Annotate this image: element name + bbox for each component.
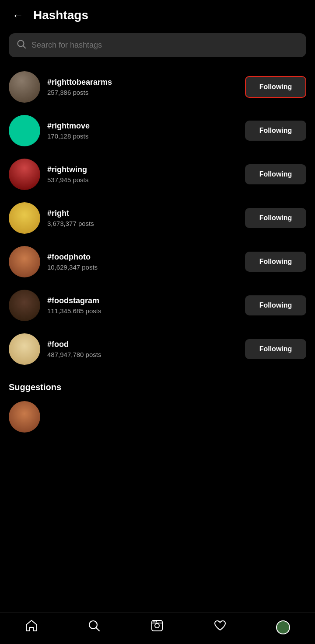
following-button[interactable]: Following [245,339,306,359]
hashtag-info: #righttobeararms257,386 posts [47,78,238,96]
following-button[interactable]: Following [245,208,306,228]
hashtag-posts: 10,629,347 posts [47,263,238,271]
hashtag-info: #foodstagram111,345,685 posts [47,296,238,315]
search-icon [17,39,26,51]
heart-icon [214,619,227,635]
following-button[interactable]: Following [245,121,306,141]
hashtag-name: #right [47,209,238,218]
hashtag-posts: 111,345,685 posts [47,307,238,315]
nav-activity[interactable] [214,619,227,635]
hashtag-name: #foodstagram [47,296,238,305]
nav-search[interactable] [88,619,101,635]
reels-icon [150,619,164,635]
nav-profile[interactable] [276,620,290,634]
back-button[interactable]: ← [9,8,27,23]
home-icon [25,619,38,635]
svg-line-1 [23,46,25,48]
following-button[interactable]: Following [245,164,306,184]
bottom-nav [0,613,315,644]
svg-point-5 [155,623,159,628]
search-nav-icon [88,619,101,635]
suggestion-item-partial [0,397,315,437]
hashtag-posts: 487,947,780 posts [47,351,238,358]
hashtag-posts: 170,128 posts [47,132,238,140]
hashtag-info: #food487,947,780 posts [47,340,238,358]
hashtag-name: #foodphoto [47,253,238,262]
avatar [9,159,40,190]
svg-point-8 [155,621,157,623]
hashtag-item: #rightwing537,945 postsFollowing [0,152,315,196]
svg-point-7 [153,621,154,623]
hashtag-item: #food487,947,780 postsFollowing [0,327,315,371]
avatar [9,290,40,321]
hashtag-list: #righttobeararms257,386 postsFollowing#r… [0,65,315,375]
avatar [9,333,40,365]
hashtag-posts: 257,386 posts [47,89,238,96]
hashtag-posts: 537,945 posts [47,176,238,184]
hashtag-item: #foodphoto10,629,347 postsFollowing [0,240,315,284]
avatar [9,202,40,234]
hashtag-name: #rightwing [47,165,238,174]
avatar [9,71,40,103]
search-bar [9,33,306,57]
hashtag-name: #food [47,340,238,349]
hashtag-item: #righttobeararms257,386 postsFollowing [0,65,315,109]
svg-line-3 [96,628,99,631]
hashtag-info: #foodphoto10,629,347 posts [47,253,238,271]
hashtag-info: #rightwing537,945 posts [47,165,238,184]
hashtag-name: #righttobeararms [47,78,238,87]
following-button[interactable]: Following [245,295,306,315]
svg-rect-4 [152,620,162,631]
avatar [9,401,40,433]
following-button[interactable]: Following [245,252,306,272]
hashtag-posts: 3,673,377 posts [47,220,238,227]
following-button[interactable]: Following [245,76,306,98]
suggestions-label: Suggestions [0,375,315,397]
nav-reels[interactable] [150,619,164,635]
page-title: Hashtags [33,8,88,22]
hashtag-item: #right3,673,377 postsFollowing [0,196,315,240]
hashtag-item: #rightmove170,128 postsFollowing [0,109,315,152]
hashtag-info: #rightmove170,128 posts [47,121,238,140]
header: ← Hashtags [0,0,315,29]
profile-avatar [276,620,290,634]
avatar [9,115,40,146]
hashtag-info: #right3,673,377 posts [47,209,238,227]
hashtag-name: #rightmove [47,121,238,131]
search-input[interactable] [32,41,298,50]
avatar [9,246,40,277]
hashtag-item: #foodstagram111,345,685 postsFollowing [0,284,315,327]
nav-home[interactable] [25,619,38,635]
